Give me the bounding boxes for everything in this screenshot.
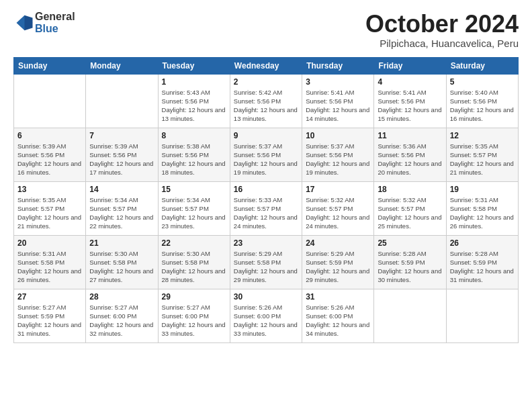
calendar-cell: 20Sunrise: 5:31 AM Sunset: 5:58 PM Dayli…: [14, 235, 86, 289]
calendar-cell: 30Sunrise: 5:26 AM Sunset: 6:00 PM Dayli…: [230, 289, 302, 342]
calendar-cell: 6Sunrise: 5:39 AM Sunset: 5:56 PM Daylig…: [14, 128, 86, 181]
calendar-header: SundayMondayTuesdayWednesdayThursdayFrid…: [14, 57, 519, 74]
day-number: 25: [378, 238, 442, 248]
calendar-cell: 28Sunrise: 5:27 AM Sunset: 6:00 PM Dayli…: [86, 289, 158, 342]
day-info: Sunrise: 5:38 AM Sunset: 5:56 PM Dayligh…: [162, 142, 226, 177]
day-number: 6: [17, 131, 82, 140]
day-number: 19: [450, 185, 515, 194]
day-info: Sunrise: 5:32 AM Sunset: 5:57 PM Dayligh…: [306, 195, 370, 231]
day-info: Sunrise: 5:27 AM Sunset: 6:00 PM Dayligh…: [162, 303, 226, 338]
day-info: Sunrise: 5:37 AM Sunset: 5:56 PM Dayligh…: [306, 142, 370, 177]
day-info: Sunrise: 5:39 AM Sunset: 5:56 PM Dayligh…: [89, 142, 154, 177]
day-number: 28: [89, 292, 154, 302]
logo-icon: [13, 13, 34, 33]
day-number: 7: [89, 131, 154, 140]
day-info: Sunrise: 5:29 AM Sunset: 5:58 PM Dayligh…: [234, 249, 298, 285]
day-number: 17: [306, 185, 370, 194]
day-number: 31: [306, 292, 370, 302]
day-info: Sunrise: 5:41 AM Sunset: 5:56 PM Dayligh…: [306, 88, 370, 124]
day-number: 4: [378, 77, 442, 87]
week-row-2: 6Sunrise: 5:39 AM Sunset: 5:56 PM Daylig…: [14, 128, 519, 181]
calendar-cell: 1Sunrise: 5:43 AM Sunset: 5:56 PM Daylig…: [158, 74, 230, 128]
week-row-1: 1Sunrise: 5:43 AM Sunset: 5:56 PM Daylig…: [14, 74, 519, 128]
weekday-header-saturday: Saturday: [446, 57, 518, 74]
day-info: Sunrise: 5:42 AM Sunset: 5:56 PM Dayligh…: [234, 88, 298, 124]
day-number: 2: [234, 77, 298, 87]
day-number: 18: [378, 185, 442, 194]
calendar-cell: 29Sunrise: 5:27 AM Sunset: 6:00 PM Dayli…: [158, 289, 230, 342]
weekday-header-sunday: Sunday: [14, 57, 86, 74]
day-info: Sunrise: 5:29 AM Sunset: 5:59 PM Dayligh…: [306, 249, 370, 285]
weekday-header-tuesday: Tuesday: [158, 57, 230, 74]
logo-general-text: General: [35, 11, 75, 23]
day-number: 23: [234, 238, 298, 248]
day-info: Sunrise: 5:27 AM Sunset: 6:00 PM Dayligh…: [89, 303, 154, 338]
svg-marker-1: [25, 15, 33, 30]
day-info: Sunrise: 5:31 AM Sunset: 5:58 PM Dayligh…: [450, 195, 515, 231]
calendar-cell: 13Sunrise: 5:35 AM Sunset: 5:57 PM Dayli…: [14, 181, 86, 235]
calendar-cell: 16Sunrise: 5:33 AM Sunset: 5:57 PM Dayli…: [230, 181, 302, 235]
header: General Blue October 2024 Pilpichaca, Hu…: [13, 11, 519, 49]
day-info: Sunrise: 5:37 AM Sunset: 5:56 PM Dayligh…: [234, 142, 298, 177]
day-number: 15: [162, 185, 226, 194]
calendar-cell: 27Sunrise: 5:27 AM Sunset: 5:59 PM Dayli…: [14, 289, 86, 342]
day-number: 21: [89, 238, 154, 248]
weekday-header-wednesday: Wednesday: [230, 57, 302, 74]
calendar-cell: 11Sunrise: 5:36 AM Sunset: 5:56 PM Dayli…: [374, 128, 446, 181]
day-info: Sunrise: 5:26 AM Sunset: 6:00 PM Dayligh…: [306, 303, 370, 338]
day-info: Sunrise: 5:40 AM Sunset: 5:56 PM Dayligh…: [450, 88, 515, 124]
day-number: 14: [89, 185, 154, 194]
calendar-cell: 8Sunrise: 5:38 AM Sunset: 5:56 PM Daylig…: [158, 128, 230, 181]
calendar-cell: 2Sunrise: 5:42 AM Sunset: 5:56 PM Daylig…: [230, 74, 302, 128]
day-info: Sunrise: 5:32 AM Sunset: 5:57 PM Dayligh…: [378, 195, 442, 231]
day-number: 29: [162, 292, 226, 302]
calendar-cell: 5Sunrise: 5:40 AM Sunset: 5:56 PM Daylig…: [446, 74, 518, 128]
calendar-cell: 15Sunrise: 5:34 AM Sunset: 5:57 PM Dayli…: [158, 181, 230, 235]
day-info: Sunrise: 5:28 AM Sunset: 5:59 PM Dayligh…: [450, 249, 515, 285]
day-number: 26: [450, 238, 515, 248]
month-title: October 2024: [365, 11, 519, 38]
day-number: 1: [162, 77, 226, 87]
day-info: Sunrise: 5:28 AM Sunset: 5:59 PM Dayligh…: [378, 249, 442, 285]
calendar-table: SundayMondayTuesdayWednesdayThursdayFrid…: [13, 57, 519, 343]
calendar-cell: 14Sunrise: 5:34 AM Sunset: 5:57 PM Dayli…: [86, 181, 158, 235]
calendar-cell: 4Sunrise: 5:41 AM Sunset: 5:56 PM Daylig…: [374, 74, 446, 128]
location: Pilpichaca, Huancavelica, Peru: [365, 38, 519, 49]
day-info: Sunrise: 5:30 AM Sunset: 5:58 PM Dayligh…: [89, 249, 154, 285]
day-info: Sunrise: 5:41 AM Sunset: 5:56 PM Dayligh…: [378, 88, 442, 124]
week-row-3: 13Sunrise: 5:35 AM Sunset: 5:57 PM Dayli…: [14, 181, 519, 235]
page: General Blue October 2024 Pilpichaca, Hu…: [0, 0, 532, 350]
calendar-cell: [86, 74, 158, 128]
day-number: 22: [162, 238, 226, 248]
day-info: Sunrise: 5:31 AM Sunset: 5:58 PM Dayligh…: [17, 249, 82, 285]
calendar-cell: 25Sunrise: 5:28 AM Sunset: 5:59 PM Dayli…: [374, 235, 446, 289]
day-number: 9: [234, 131, 298, 140]
day-number: 20: [17, 238, 82, 248]
calendar-cell: 19Sunrise: 5:31 AM Sunset: 5:58 PM Dayli…: [446, 181, 518, 235]
calendar-cell: 10Sunrise: 5:37 AM Sunset: 5:56 PM Dayli…: [302, 128, 374, 181]
day-number: 16: [234, 185, 298, 194]
calendar-cell: [446, 289, 518, 342]
day-info: Sunrise: 5:39 AM Sunset: 5:56 PM Dayligh…: [17, 142, 82, 177]
day-number: 24: [306, 238, 370, 248]
calendar-cell: 17Sunrise: 5:32 AM Sunset: 5:57 PM Dayli…: [302, 181, 374, 235]
day-number: 10: [306, 131, 370, 140]
calendar-cell: 12Sunrise: 5:35 AM Sunset: 5:57 PM Dayli…: [446, 128, 518, 181]
weekday-header-row: SundayMondayTuesdayWednesdayThursdayFrid…: [14, 57, 519, 74]
logo-text: General Blue: [35, 11, 75, 34]
calendar-cell: 31Sunrise: 5:26 AM Sunset: 6:00 PM Dayli…: [302, 289, 374, 342]
calendar-cell: 9Sunrise: 5:37 AM Sunset: 5:56 PM Daylig…: [230, 128, 302, 181]
weekday-header-friday: Friday: [374, 57, 446, 74]
calendar-cell: 21Sunrise: 5:30 AM Sunset: 5:58 PM Dayli…: [86, 235, 158, 289]
day-info: Sunrise: 5:43 AM Sunset: 5:56 PM Dayligh…: [162, 88, 226, 124]
day-number: 12: [450, 131, 515, 140]
calendar-cell: 7Sunrise: 5:39 AM Sunset: 5:56 PM Daylig…: [86, 128, 158, 181]
day-number: 3: [306, 77, 370, 87]
logo-blue-text: Blue: [35, 23, 75, 35]
day-number: 13: [17, 185, 82, 194]
title-block: October 2024 Pilpichaca, Huancavelica, P…: [365, 11, 519, 49]
calendar-cell: 22Sunrise: 5:30 AM Sunset: 5:58 PM Dayli…: [158, 235, 230, 289]
day-number: 11: [378, 131, 442, 140]
day-number: 5: [450, 77, 515, 87]
day-info: Sunrise: 5:36 AM Sunset: 5:56 PM Dayligh…: [378, 142, 442, 177]
